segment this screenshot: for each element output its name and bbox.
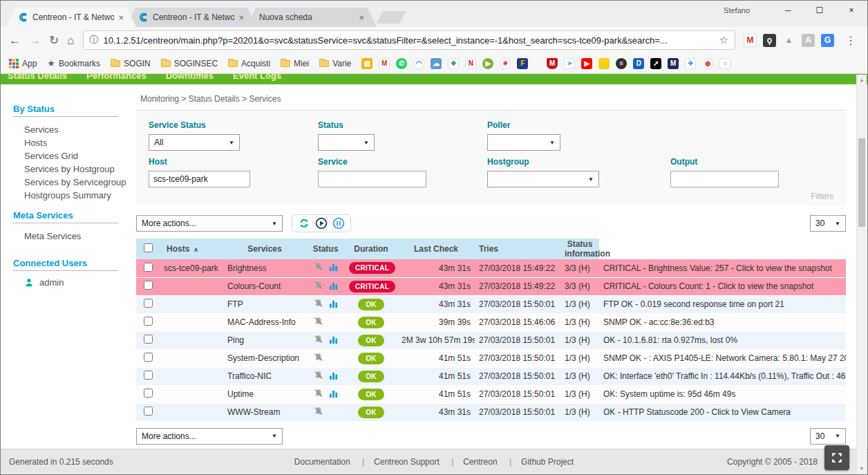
service-cell[interactable]: Ping [223, 331, 306, 349]
menu-status-details[interactable]: Status Details [8, 74, 67, 81]
row-checkbox[interactable] [144, 281, 153, 290]
table-row[interactable]: MAC-Address-Info OK 39m 39s 27/03/2018 1… [136, 313, 846, 331]
whatsapp-bookmark-icon[interactable]: ✆ [396, 58, 407, 69]
scrollbar-up-icon[interactable]: ▲ [857, 75, 867, 85]
drive-triangle-extension-icon[interactable]: ▲ [782, 34, 795, 47]
status-information-cell[interactable]: OK: Interface 'eth0' Traffic In : 114.44… [599, 367, 846, 385]
sidebar-item-hosts[interactable]: Hosts [13, 136, 132, 149]
row-checkbox[interactable] [144, 371, 153, 380]
host-cell[interactable] [160, 331, 223, 349]
service-cell[interactable]: Uptime [223, 385, 306, 403]
sidebar-item-services-by-hostgroup[interactable]: Services by Hostgroup [13, 162, 132, 176]
bookmarks-folder-root[interactable]: ★ Bookmarks [47, 58, 100, 68]
close-button[interactable]: × [836, 1, 867, 20]
more-actions-select-top[interactable]: More actions... ▼ [136, 215, 283, 232]
column-header-status-information[interactable]: Status information [560, 239, 599, 259]
tab-new[interactable]: Nuova scheda × [247, 8, 377, 27]
status-information-cell[interactable]: SNMP OK - : AXIS P1405-LE: Network Camer… [599, 349, 846, 367]
status-information-cell[interactable]: CRITICAL - Brightness Value: 257 - Click… [599, 259, 846, 277]
twitter-bookmark-icon[interactable]: ➢ [564, 58, 575, 69]
table-row[interactable]: scs-tce09-park Brightness CRITICAL 43m 3… [136, 259, 846, 277]
chart-icon[interactable] [329, 389, 338, 400]
host-cell[interactable] [160, 295, 223, 313]
menu-performances[interactable]: Performances [86, 74, 147, 81]
page-size-select-bottom[interactable]: 30 ▼ [810, 428, 846, 445]
sidebar-item-hostgroups-summary[interactable]: Hostgroups Summary [13, 189, 132, 202]
back-icon[interactable]: ← [9, 35, 21, 46]
service-cell[interactable]: Traffico-NIC [223, 367, 306, 385]
host-cell[interactable]: scs-tce09-park [160, 259, 223, 277]
play-green-bookmark-icon[interactable]: ▶ [482, 58, 493, 69]
status-information-cell[interactable]: OK: System uptime is: 95d 46m 49s [599, 385, 846, 403]
host-cell[interactable] [160, 277, 223, 295]
netflix-bookmark-icon[interactable]: N [465, 58, 476, 69]
gmail-bookmark-icon[interactable]: M [379, 58, 390, 69]
host-cell[interactable] [160, 313, 223, 331]
apps-shortcut[interactable]: App [9, 59, 37, 68]
hostgroup-select[interactable]: ▼ [487, 171, 599, 187]
breadcrumb[interactable]: Monitoring > Status Details > Services [136, 93, 846, 111]
sidebar-item-services-grid[interactable]: Services Grid [13, 149, 132, 162]
table-row[interactable]: Ping OK 2M 3w 10h 57m 19s 27/03/2018 15:… [136, 331, 846, 349]
footer-link-documentation[interactable]: Documentation [294, 457, 350, 467]
host-cell[interactable] [160, 385, 223, 403]
bookmark-folder-miei[interactable]: Miei [281, 59, 309, 68]
chart-icon[interactable] [329, 371, 338, 382]
tab-centreon-1[interactable]: Centreon - IT & Network × [6, 8, 136, 27]
output-search-input[interactable] [670, 171, 779, 187]
translate-extension-icon[interactable]: G [821, 34, 834, 47]
status-information-cell[interactable]: OK - 10.1.6.81: rta 0.927ms, lost 0% [599, 331, 846, 349]
home-icon[interactable]: ⌂ [67, 35, 74, 46]
menu-event-logs[interactable]: Event Logs [233, 74, 281, 81]
bookmark-star-icon[interactable]: ☆ [719, 34, 728, 46]
green-diamond-bookmark-icon[interactable]: ❖ [448, 58, 459, 69]
yellow-notes-bookmark-icon[interactable]: ▤ [361, 58, 372, 69]
d-blue-bookmark-icon[interactable]: D [633, 58, 644, 69]
column-header-tries[interactable]: Tries [475, 239, 560, 259]
f-navy-bookmark-icon[interactable]: F [517, 58, 528, 69]
column-header-services[interactable]: Services [223, 239, 306, 259]
service-cell[interactable]: System-Description [223, 349, 306, 367]
blue-swirl-bookmark-icon[interactable]: ◠ [413, 58, 424, 69]
page-scrollbar[interactable]: ▲ ▼ [856, 75, 867, 474]
bookmark-folder-varie[interactable]: Varie [319, 59, 351, 68]
service-cell[interactable]: WWW-Stream [223, 403, 306, 421]
tab-close-icon[interactable]: × [359, 12, 364, 23]
oval-blue-bookmark-icon[interactable]: ○ [719, 58, 730, 69]
mcafee-shield-bookmark-icon[interactable]: M [547, 58, 558, 69]
row-checkbox[interactable] [144, 299, 153, 308]
bookmark-folder-soginsec[interactable]: SOGINSEC [161, 59, 218, 68]
table-row[interactable]: FTP OK 43m 31s 27/03/2018 15:50:01 1/3 (… [136, 295, 846, 313]
plane-blue-bookmark-icon[interactable]: ✈ [685, 58, 696, 69]
table-row[interactable]: Uptime OK 41m 51s 27/03/2018 15:50:01 1/… [136, 385, 846, 403]
table-row[interactable]: Traffico-NIC OK 41m 51s 27/03/2018 15:50… [136, 367, 846, 385]
status-information-cell[interactable]: CRITICAL - Colours Count: 1 - Click to v… [599, 277, 846, 295]
bookmark-folder-sogin[interactable]: SOGIN [111, 59, 151, 68]
chart-icon[interactable] [329, 335, 338, 346]
page-size-select-top[interactable]: 30 ▼ [810, 215, 846, 232]
chrome-profile-name[interactable]: Stefano [724, 6, 750, 15]
footer-link-centreon[interactable]: Centreon [442, 457, 498, 467]
host-cell[interactable] [160, 349, 223, 367]
sidebar-item-services[interactable]: Services [13, 123, 132, 136]
page-info-icon[interactable]: ⓘ [90, 34, 99, 46]
footer-link-centreon-support[interactable]: Centreon Support [352, 457, 440, 467]
host-search-input[interactable] [149, 171, 250, 187]
tab-centreon-2[interactable]: Centreon - IT & Network × [126, 8, 256, 27]
table-row[interactable]: System-Description OK 41m 51s 27/03/2018… [136, 349, 846, 367]
column-header-duration[interactable]: Duration [345, 239, 397, 259]
service-cell[interactable]: Brightness [223, 259, 306, 277]
lightbulb-extension-icon[interactable]: ϙ [763, 34, 776, 47]
address-bar[interactable]: ⓘ 10.1.2.51/centreon/main.php?p=20201&o=… [83, 30, 735, 50]
eni-dog-bookmark-icon[interactable] [598, 58, 610, 69]
chrome-menu-icon[interactable]: ⋮ [842, 34, 859, 47]
cloud-blue-bookmark-icon[interactable]: ☁ [431, 58, 442, 69]
column-header-hosts[interactable]: Hosts∧ [160, 239, 223, 259]
reload-icon[interactable]: ↻ [49, 35, 59, 46]
row-checkbox[interactable] [144, 407, 153, 416]
youtube-bookmark-icon[interactable]: ▶ [581, 58, 592, 69]
maximize-button[interactable]: ☐ [804, 1, 836, 20]
scrollbar-down-icon[interactable]: ▼ [857, 463, 867, 474]
tab-close-icon[interactable]: × [118, 12, 124, 23]
service-search-input[interactable] [318, 171, 426, 187]
